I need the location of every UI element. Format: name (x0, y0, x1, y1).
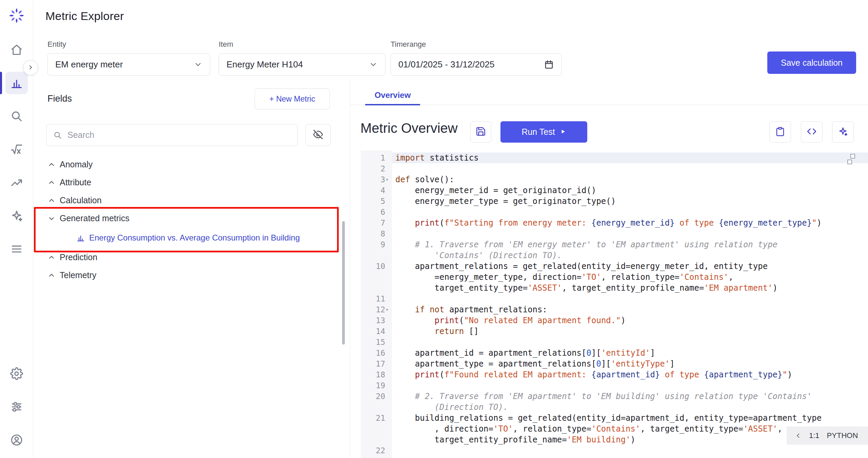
entity-label: Entity (47, 40, 210, 49)
code-line[interactable] (392, 337, 868, 348)
app-logo-icon[interactable] (8, 7, 25, 24)
gutter-line-number: 9 (361, 239, 392, 250)
code-line[interactable]: return [] (392, 326, 868, 337)
toggle-hidden-fields-button[interactable] (305, 124, 331, 146)
code-line[interactable]: (Direction TO). (392, 402, 868, 413)
code-line[interactable]: # 1. Traverse from 'EM energy meter' to … (392, 239, 868, 250)
settings-icon (5, 362, 28, 385)
code-line[interactable] (392, 228, 868, 239)
code-line[interactable]: print(f"Starting from energy meter: {ene… (392, 217, 868, 228)
save-metric-button[interactable] (470, 121, 491, 143)
chevron-up-icon (47, 161, 56, 169)
code-line[interactable]: print("No related EM apartment found.") (392, 315, 868, 326)
section-attribute[interactable]: Attribute (33, 173, 350, 191)
gutter-line-number (361, 283, 392, 293)
item-value: Energy Meter H104 (226, 59, 303, 70)
sidebar-item-square-root[interactable] (0, 133, 33, 166)
entity-field: Entity EM energy meter (47, 40, 210, 76)
sidebar-item-settings[interactable] (0, 357, 33, 390)
code-line[interactable]: energy_meter_type = get_originator_type(… (392, 196, 868, 207)
metric-overview-heading: Metric Overview (360, 121, 458, 136)
gutter-line-number: 22 (361, 445, 392, 456)
ai-assist-button[interactable] (832, 121, 854, 143)
code-line[interactable]: apartment_relations = get_related(entity… (392, 261, 868, 272)
code-line[interactable] (392, 293, 868, 304)
fullscreen-icon[interactable] (845, 154, 855, 168)
bar-chart-icon (76, 233, 85, 242)
code-line[interactable] (392, 163, 868, 174)
code-line[interactable]: energy_meter_id = get_originator_id() (392, 185, 868, 196)
section-prediction[interactable]: Prediction (33, 248, 350, 266)
sidebar-item-trend-up[interactable] (0, 166, 33, 199)
gutter-line-number: 3▾ (361, 174, 392, 185)
entity-select[interactable]: EM energy meter (47, 53, 210, 76)
save-calculation-button[interactable]: Save calculation (767, 51, 856, 74)
tab-label: Overview (375, 90, 411, 100)
generated-metric-item[interactable]: Energy Consumption vs. Average Consumpti… (33, 227, 350, 248)
gutter-line-number (361, 250, 392, 261)
sidebar-item-menu[interactable] (0, 232, 33, 266)
sidebar-item-account[interactable] (0, 423, 33, 457)
tab-overview[interactable]: Overview (365, 85, 420, 105)
code-line[interactable]: # 2. Traverse from 'EM apartment' to 'EM… (392, 391, 868, 402)
gutter-line-number: 8 (361, 228, 392, 239)
chevron-right-icon (27, 64, 34, 72)
gutter-line-number: 12▾ (361, 304, 392, 315)
sidebar-item-search[interactable] (0, 100, 33, 133)
home-icon (5, 39, 28, 61)
chevron-left-icon[interactable] (795, 432, 802, 439)
code-line[interactable]: print(f"Found related EM apartment: {apa… (392, 369, 868, 380)
code-line[interactable]: 'Contains' (Direction TO). (392, 250, 868, 261)
sparkles-icon (838, 126, 848, 138)
chevron-up-icon (47, 271, 56, 279)
code-icon (807, 126, 817, 138)
section-anomaly[interactable]: Anomaly (33, 155, 350, 173)
gutter-line-number: 20 (361, 391, 392, 402)
code-line[interactable] (392, 380, 868, 391)
scrollbar-thumb[interactable] (342, 221, 345, 345)
search-input[interactable] (67, 130, 291, 140)
section-calculation[interactable]: Calculation (33, 191, 350, 209)
code-view-button[interactable] (801, 121, 823, 143)
code-line[interactable]: apartment_id = apartment_relations[0]['e… (392, 348, 868, 358)
code-line[interactable]: if not apartment_relations: (392, 304, 868, 315)
sidebar-item-sliders[interactable] (0, 390, 33, 423)
run-test-button[interactable]: Run Test (500, 121, 587, 143)
gutter-line-number: 18 (361, 369, 392, 380)
editor-language[interactable]: PYTHON (827, 431, 858, 440)
eye-off-icon (313, 129, 323, 141)
fold-arrow-icon[interactable]: ▾ (386, 304, 392, 315)
timerange-input[interactable]: 01/01/2025 - 31/12/2025 (391, 53, 562, 76)
code-line[interactable]: apartment_type = apartment_relations[0][… (392, 358, 868, 369)
item-select[interactable]: Energy Meter H104 (219, 53, 386, 76)
menu-icon (5, 238, 28, 260)
new-metric-button[interactable]: + New Metric (255, 88, 330, 109)
section-generated-metrics[interactable]: Generated metrics (33, 209, 350, 227)
trend-up-icon (5, 171, 28, 194)
cursor-position: 1:1 (809, 431, 820, 440)
sidebar-expand-button[interactable] (23, 60, 38, 75)
fold-arrow-icon[interactable]: ▾ (386, 174, 392, 185)
sidebar-item-sparkles[interactable] (0, 199, 33, 232)
entity-value: EM energy meter (55, 59, 123, 70)
main-panel: Overview Metric Overview Run Test 123▾45… (350, 81, 868, 458)
gutter-line-number: 4 (361, 185, 392, 196)
code-line[interactable] (392, 207, 868, 217)
code-line[interactable]: target_entity_type='ASSET', target_entit… (392, 283, 868, 293)
code-line[interactable]: =energy_meter_type, direction='TO', rela… (392, 272, 868, 283)
code-line[interactable]: building_relations = get_related(entity_… (392, 413, 868, 423)
code-editor[interactable]: 123▾456789101112▾13141516171819202122 im… (350, 150, 868, 458)
section-telemetry[interactable]: Telemetry (33, 266, 350, 284)
gutter-line-number: 1 (361, 152, 392, 163)
editor-code: import statisticsdef solve(): energy_met… (392, 152, 868, 456)
copy-code-button[interactable] (769, 121, 791, 143)
code-line[interactable]: def solve(): (392, 174, 868, 185)
fields-panel: Fields + New Metric AnomalyAttributeCalc… (33, 81, 350, 458)
calendar-icon[interactable] (544, 59, 554, 69)
chevron-down-icon (194, 60, 202, 69)
gutter-line-number: 7 (361, 217, 392, 228)
code-line[interactable] (392, 445, 868, 456)
gutter-line-number: 10 (361, 261, 392, 272)
search-icon (5, 105, 28, 127)
code-line[interactable]: import statistics (392, 152, 868, 163)
